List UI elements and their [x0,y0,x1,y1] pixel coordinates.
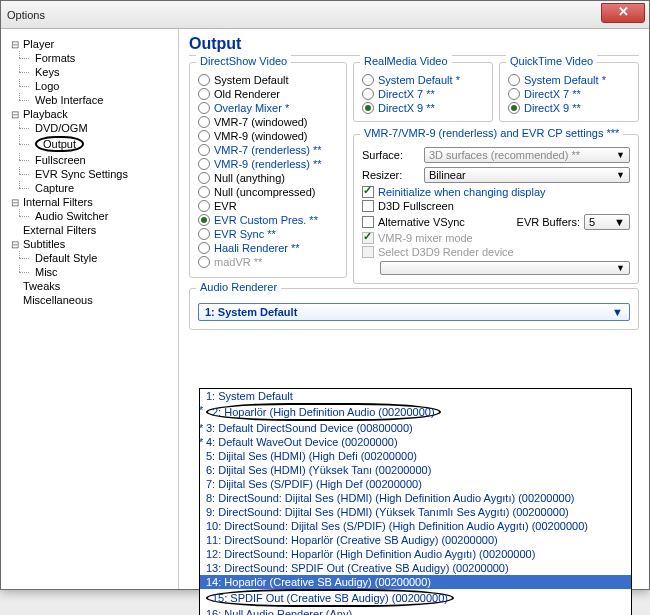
dropdown-option-5[interactable]: 5: Dijital Ses (HDMI) (High Defi (002000… [200,449,631,463]
radio-ds-4[interactable]: VMR-9 (windowed) [198,129,338,143]
radio-qt-1[interactable]: DirectX 7 ** [508,87,630,101]
tree-output[interactable]: Output [5,135,174,153]
radio-label: System Default * [378,74,460,86]
group-title-audio: Audio Renderer [196,281,281,293]
chevron-down-icon: ▼ [614,216,625,228]
radio-ds-10[interactable]: EVR Custom Pres. ** [198,213,338,227]
radio-label: Haali Renderer ** [214,242,300,254]
radio-icon [198,214,210,226]
dropdown-option-11[interactable]: 11: DirectSound: Hoparlör (Creative SB A… [200,533,631,547]
dropdown-option-6[interactable]: 6: Dijital Ses (HDMI) (Yüksek Tanı (0020… [200,463,631,477]
audio-renderer-dropdown[interactable]: 1: System Default* 2: Hoparlör (High Def… [199,388,632,615]
surface-label: Surface: [362,149,418,161]
tree-internal-filters[interactable]: Internal Filters [5,195,174,209]
radio-ds-1[interactable]: Old Renderer [198,87,338,101]
tree-formats[interactable]: Formats [5,51,174,65]
radio-ds-0[interactable]: System Default [198,73,338,87]
radio-qt-0[interactable]: System Default * [508,73,630,87]
mixer-checkbox [362,232,374,244]
group-directshow: DirectShow Video System DefaultOld Rende… [189,62,347,278]
tree-tweaks[interactable]: Tweaks [5,279,174,293]
circled-highlight: 2: Hoparlör (High Definition Audio (0020… [206,403,441,421]
tree-web-interface[interactable]: Web Interface [5,93,174,107]
radio-label: Old Renderer [214,88,280,100]
dropdown-option-4[interactable]: * 4: Default WaveOut Device (00200000) [200,435,631,449]
chevron-down-icon: ▼ [616,150,625,160]
group-vmr-settings: VMR-7/VMR-9 (renderless) and EVR CP sett… [353,134,639,284]
dropdown-option-8[interactable]: 8: DirectSound: Dijital Ses (HDMI) (High… [200,491,631,505]
evrbuf-combo[interactable]: 5▼ [584,214,630,230]
group-title-quicktime: QuickTime Video [506,55,597,67]
group-title-vmr: VMR-7/VMR-9 (renderless) and EVR CP sett… [360,127,623,139]
radio-icon [362,102,374,114]
radio-label: EVR [214,200,237,212]
radio-rm-1[interactable]: DirectX 7 ** [362,87,484,101]
tree-player[interactable]: Player [5,37,174,51]
dropdown-option-15[interactable]: 15: SPDIF Out (Creative SB Audigy) (0020… [200,589,631,607]
tree-capture[interactable]: Capture [5,181,174,195]
tree-evr-sync[interactable]: EVR Sync Settings [5,167,174,181]
tree-audio-switcher[interactable]: Audio Switcher [5,209,174,223]
radio-icon [362,74,374,86]
radio-ds-5[interactable]: VMR-7 (renderless) ** [198,143,338,157]
dropdown-option-14[interactable]: 14: Hoparlör (Creative SB Audigy) (00200… [200,575,631,589]
dropdown-option-1[interactable]: 1: System Default [200,389,631,403]
tree-misc-subtitles[interactable]: Misc [5,265,174,279]
reinit-checkbox[interactable] [362,186,374,198]
radio-ds-6[interactable]: VMR-9 (renderless) ** [198,157,338,171]
dropdown-option-16[interactable]: 16: Null Audio Renderer (Any) [200,607,631,615]
radio-ds-9[interactable]: EVR [198,199,338,213]
radio-label: EVR Sync ** [214,228,276,240]
tree-keys[interactable]: Keys [5,65,174,79]
radio-ds-8[interactable]: Null (uncompressed) [198,185,338,199]
tree-subtitles[interactable]: Subtitles [5,237,174,251]
group-title-directshow: DirectShow Video [196,55,291,67]
resizer-combo[interactable]: Bilinear▼ [424,167,630,183]
radio-label: System Default [214,74,289,86]
altv-checkbox[interactable] [362,216,374,228]
tree-playback[interactable]: Playback [5,107,174,121]
radio-rm-0[interactable]: System Default * [362,73,484,87]
dropdown-option-2[interactable]: * 2: Hoparlör (High Definition Audio (00… [200,403,631,421]
radio-icon [508,88,520,100]
close-button[interactable]: ✕ [601,3,645,23]
radio-icon [198,172,210,184]
radio-icon [198,256,210,268]
dropdown-option-9[interactable]: 9: DirectSound: Dijital Ses (HDMI) (Yüks… [200,505,631,519]
radio-icon [198,74,210,86]
audio-renderer-combo[interactable]: 1: System Default ▼ [198,303,630,321]
radio-icon [198,158,210,170]
radio-rm-2[interactable]: DirectX 9 ** [362,101,484,115]
radio-ds-13[interactable]: madVR ** [198,255,338,269]
tree-external-filters[interactable]: External Filters [5,223,174,237]
radio-icon [198,116,210,128]
d3d-checkbox[interactable] [362,200,374,212]
radio-icon [362,88,374,100]
tree-dvd-ogm[interactable]: DVD/OGM [5,121,174,135]
chevron-down-icon: ▼ [616,170,625,180]
tree-miscellaneous[interactable]: Miscellaneous [5,293,174,307]
asterisk-icon: * [199,435,203,449]
radio-ds-2[interactable]: Overlay Mixer * [198,101,338,115]
radio-label: VMR-9 (renderless) ** [214,158,322,170]
surface-combo[interactable]: 3D surfaces (recommended) **▼ [424,147,630,163]
radio-qt-2[interactable]: DirectX 9 ** [508,101,630,115]
tree-logo[interactable]: Logo [5,79,174,93]
radio-icon [198,144,210,156]
tree-fullscreen[interactable]: Fullscreen [5,153,174,167]
radio-ds-11[interactable]: EVR Sync ** [198,227,338,241]
tree-default-style[interactable]: Default Style [5,251,174,265]
dropdown-option-10[interactable]: 10: DirectSound: Dijital Ses (S/PDIF) (H… [200,519,631,533]
dropdown-option-7[interactable]: 7: Dijital Ses (S/PDIF) (High Def (00200… [200,477,631,491]
dropdown-option-12[interactable]: 12: DirectSound: Hoparlör (High Definiti… [200,547,631,561]
radio-ds-7[interactable]: Null (anything) [198,171,338,185]
d3d9-device-combo[interactable]: ▼ [380,261,630,275]
altv-label: Alternative VSync [378,216,465,228]
dropdown-option-3[interactable]: * 3: Default DirectSound Device (0080000… [200,421,631,435]
dropdown-option-13[interactable]: 13: DirectSound: SPDIF Out (Creative SB … [200,561,631,575]
radio-label: Null (anything) [214,172,285,184]
radio-ds-3[interactable]: VMR-7 (windowed) [198,115,338,129]
radio-icon [508,74,520,86]
radio-label: DirectX 7 ** [524,88,581,100]
radio-ds-12[interactable]: Haali Renderer ** [198,241,338,255]
